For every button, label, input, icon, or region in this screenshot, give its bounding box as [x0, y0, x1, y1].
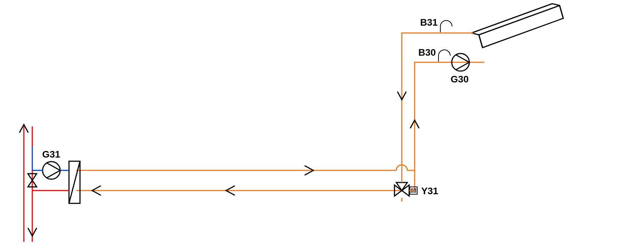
sensor-b30 [439, 50, 450, 62]
label-b31: B31 [420, 17, 438, 28]
label-b30: B30 [418, 47, 436, 58]
heat-exchanger [69, 161, 80, 203]
valve-y31 [394, 182, 417, 196]
pipe-hx-supply [76, 165, 415, 170]
sensor-b31 [440, 21, 452, 32]
solar-heating-schematic: B31 G30 B30 Y31 [0, 0, 644, 251]
label-g31: G31 [42, 149, 60, 160]
label-y31: Y31 [421, 185, 438, 196]
label-g30: G30 [451, 74, 469, 85]
svg-point-3 [43, 162, 60, 179]
pipe-collector-return [415, 62, 484, 191]
pump-g31 [43, 162, 60, 179]
solar-collector [472, 4, 563, 48]
